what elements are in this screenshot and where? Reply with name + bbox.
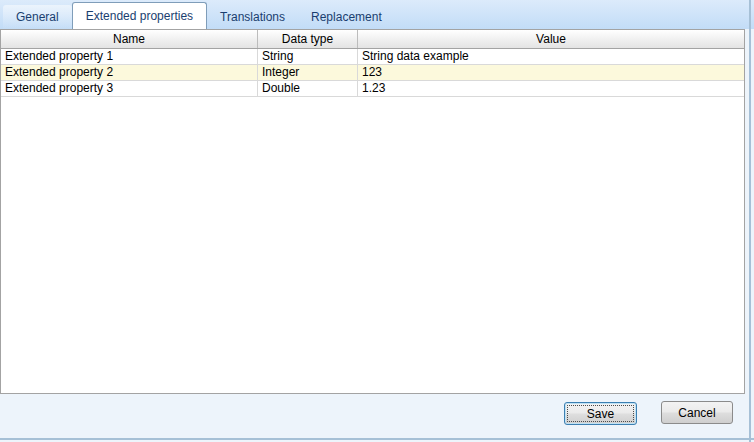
tab-translations[interactable]: Translations — [207, 5, 298, 29]
cell-name[interactable]: Extended property 3 — [1, 81, 258, 96]
cell-data-type[interactable]: Double — [258, 81, 358, 96]
column-header-name[interactable]: Name — [1, 30, 258, 48]
tab-replacement[interactable]: Replacement — [298, 5, 395, 29]
grid-header-row: Name Data type Value — [1, 30, 744, 49]
table-row[interactable]: Extended property 1 String String data e… — [1, 49, 744, 65]
column-header-value[interactable]: Value — [358, 30, 744, 48]
table-row[interactable]: Extended property 3 Double 1.23 — [1, 81, 744, 97]
cell-value[interactable]: 123 — [358, 65, 744, 80]
tab-strip: General Extended properties Translations… — [0, 0, 754, 29]
tab-general[interactable]: General — [3, 5, 72, 29]
cell-name[interactable]: Extended property 1 — [1, 49, 258, 64]
properties-dialog: General Extended properties Translations… — [0, 0, 754, 442]
window-right-edge — [749, 0, 751, 442]
cell-data-type[interactable]: String — [258, 49, 358, 64]
window-bottom-edge — [0, 438, 754, 440]
save-button[interactable]: Save — [564, 402, 637, 425]
cancel-button[interactable]: Cancel — [661, 401, 733, 424]
column-header-data-type[interactable]: Data type — [258, 30, 358, 48]
cell-name[interactable]: Extended property 2 — [1, 65, 258, 80]
cell-data-type[interactable]: Integer — [258, 65, 358, 80]
tab-extended-properties[interactable]: Extended properties — [72, 2, 207, 29]
extended-properties-grid: Name Data type Value Extended property 1… — [0, 29, 745, 394]
table-row-selected[interactable]: Extended property 2 Integer 123 — [1, 65, 744, 81]
cell-value[interactable]: 1.23 — [358, 81, 744, 96]
cell-value[interactable]: String data example — [358, 49, 744, 64]
